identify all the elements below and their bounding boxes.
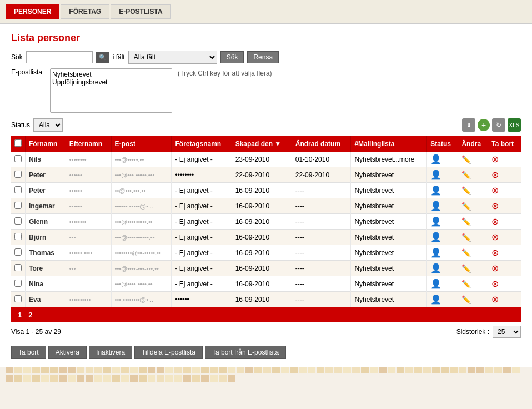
export-icon-button[interactable]: ⬇: [462, 118, 475, 132]
col-header-andrad: Ändrad datum: [292, 136, 351, 152]
cell-status: 👤: [427, 292, 458, 307]
delete-icon[interactable]: ⊗: [491, 170, 499, 179]
edit-icon[interactable]: ✏️: [461, 155, 471, 164]
cell-foretag: - Ej angivet -: [172, 261, 232, 276]
row-checkbox-cell: [11, 152, 26, 167]
cell-andrad: ----: [292, 292, 351, 307]
edit-icon[interactable]: ✏️: [461, 217, 471, 226]
cell-foretag: ••••••: [172, 292, 232, 307]
cell-epost: •••@•••••••••.••: [111, 214, 172, 230]
col-header-andra: Ändra: [458, 136, 488, 152]
row-checkbox[interactable]: [14, 233, 22, 240]
edit-icon[interactable]: ✏️: [461, 248, 471, 257]
row-checkbox[interactable]: [14, 248, 22, 256]
delete-icon[interactable]: ⊗: [491, 186, 499, 195]
delete-icon[interactable]: ⊗: [491, 217, 499, 226]
edit-icon[interactable]: ✏️: [461, 264, 471, 273]
cell-epost: •••@••••-••••.••: [111, 276, 172, 292]
delete-icon[interactable]: ⊗: [491, 248, 499, 257]
aktivera-button[interactable]: Aktivera: [48, 346, 87, 359]
row-checkbox[interactable]: [14, 171, 22, 178]
status-icon: 👤: [430, 217, 441, 226]
field-select[interactable]: Alla fält: [128, 51, 217, 64]
page-2[interactable]: 2: [26, 310, 34, 320]
select-all-checkbox[interactable]: [14, 139, 22, 147]
row-checkbox-cell: [11, 230, 26, 245]
delete-icon[interactable]: ⊗: [491, 232, 499, 242]
search-button[interactable]: Sök: [220, 51, 244, 63]
col-header-foretagsnamn: Företagsnamn: [172, 136, 232, 152]
add-icon-button[interactable]: +: [478, 119, 490, 131]
remove-epost-button[interactable]: Ta bort från E-postlista: [205, 346, 286, 359]
page-size-select[interactable]: 25 50 100: [493, 326, 521, 338]
col-header-skapad[interactable]: Skapad den ▼: [232, 136, 292, 152]
row-checkbox[interactable]: [14, 186, 22, 193]
nav-tab-epostlista[interactable]: E-POSTLISTA: [111, 4, 170, 19]
delete-icon[interactable]: ⊗: [491, 154, 499, 164]
search-input[interactable]: [26, 51, 93, 63]
edit-icon[interactable]: ✏️: [461, 171, 471, 179]
row-checkbox-cell: [11, 167, 26, 183]
ta-bort-button[interactable]: Ta bort: [11, 346, 46, 359]
page-1[interactable]: 1: [16, 310, 24, 320]
row-checkbox[interactable]: [14, 155, 22, 162]
delete-icon[interactable]: ⊗: [491, 263, 499, 273]
inaktivera-button[interactable]: Inaktivera: [89, 346, 132, 359]
edit-icon[interactable]: ✏️: [461, 295, 471, 304]
delete-icon[interactable]: ⊗: [491, 295, 499, 304]
col-header-epost: E-post: [111, 136, 172, 152]
edit-icon[interactable]: ✏️: [461, 202, 471, 211]
page-size-label: Sidstorlek :: [456, 328, 489, 336]
bg-square: [59, 375, 67, 382]
bg-square: [139, 375, 147, 382]
delete-icon[interactable]: ⊗: [491, 279, 499, 288]
excel-icon-button[interactable]: XLS: [508, 118, 521, 132]
page-size-row: Sidstorlek : 25 50 100: [456, 326, 521, 338]
cell-epost: •••@•••••.••: [111, 152, 172, 167]
cell-fornamn: Peter: [26, 183, 66, 198]
row-checkbox[interactable]: [14, 202, 22, 209]
row-checkbox[interactable]: [14, 295, 22, 302]
bg-square: [94, 375, 102, 382]
bg-square: [68, 375, 76, 382]
bg-square: [157, 375, 164, 382]
nav-tab-foretag[interactable]: FÖRETAG: [61, 4, 109, 19]
nav-tab-personer[interactable]: PERSONER: [6, 4, 59, 19]
search-icon-button[interactable]: 🔍: [96, 52, 109, 63]
top-nav: PERSONER FÖRETAG E-POSTLISTA: [0, 0, 532, 24]
clear-button[interactable]: Rensa: [247, 51, 279, 63]
row-checkbox[interactable]: [14, 264, 22, 271]
cell-tabort: ⊗: [488, 214, 521, 230]
bg-square: [228, 375, 235, 382]
status-row: Status Alla ⬇ + ↻ XLS: [11, 118, 521, 132]
row-checkbox-cell: [11, 183, 26, 198]
cell-tabort: ⊗: [488, 261, 521, 276]
delete-icon[interactable]: ⊗: [491, 201, 499, 211]
status-select[interactable]: Alla: [33, 118, 63, 132]
cell-andra: ✏️: [458, 183, 488, 198]
edit-icon[interactable]: ✏️: [461, 280, 471, 288]
bg-square: [130, 375, 138, 382]
cell-andra: ✏️: [458, 245, 488, 261]
row-checkbox[interactable]: [14, 280, 22, 287]
cell-epost: •••@•••-•••••.•••: [111, 167, 172, 183]
row-checkbox-cell: [11, 214, 26, 230]
bg-square: [41, 375, 49, 382]
cell-fornamn: Eva: [26, 292, 66, 307]
table-row: Nina ---- •••@••••-••••.•• - Ej angivet …: [11, 276, 521, 292]
edit-icon[interactable]: ✏️: [461, 186, 471, 195]
bg-square: [174, 375, 182, 382]
epost-list[interactable]: Nyhetsbrevet Uppföljningsbrevet: [50, 68, 172, 113]
bg-square: [201, 375, 209, 382]
row-checkbox[interactable]: [14, 217, 22, 225]
cell-tabort: ⊗: [488, 276, 521, 292]
refresh-icon-button[interactable]: ↻: [492, 118, 505, 132]
tilldela-button[interactable]: Tilldela E-postlista: [134, 346, 203, 359]
cell-fornamn: Nils: [26, 152, 66, 167]
search-row: Sök 🔍 i fält Alla fält Sök Rensa: [11, 51, 521, 64]
status-left: Status Alla: [11, 118, 63, 132]
cell-epost: •••@••••••••••.••: [111, 230, 172, 245]
table-row: Björn ••• •••@••••••••••.•• - Ej angivet…: [11, 230, 521, 245]
edit-icon[interactable]: ✏️: [461, 233, 471, 242]
cell-andra: ✏️: [458, 276, 488, 292]
